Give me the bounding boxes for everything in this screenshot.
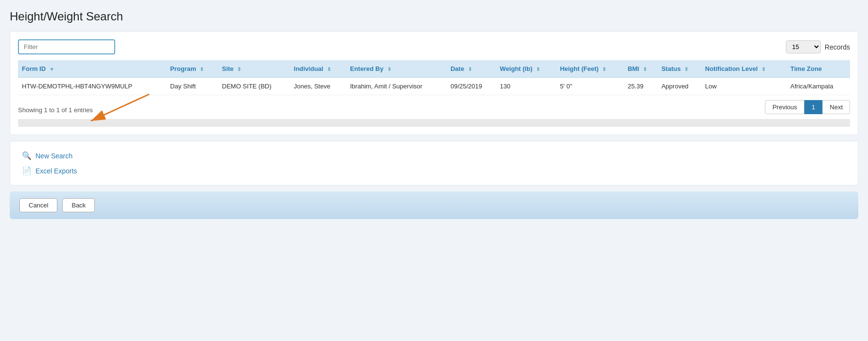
records-label: Records xyxy=(825,43,850,51)
actions-card: 🔍 New Search 📄 Excel Exports xyxy=(10,141,858,186)
col-program[interactable]: Program ⇕ xyxy=(166,60,218,78)
table-cell: Approved xyxy=(658,78,701,95)
col-time-zone[interactable]: Time Zone xyxy=(786,60,850,78)
records-select[interactable]: 15 25 50 100 xyxy=(786,40,821,53)
pagination-row: Showing 1 to 1 of 1 entries Previous 1 N… xyxy=(18,100,850,114)
col-entered-by[interactable]: Entered By ⇕ xyxy=(346,60,447,78)
sort-icon-bmi: ⇕ xyxy=(643,67,647,72)
table-cell: Low xyxy=(701,78,787,95)
col-form-id[interactable]: Form ID ▼ xyxy=(18,60,166,78)
col-date[interactable]: Date ⇕ xyxy=(447,60,496,78)
table-cell: 5' 0" xyxy=(556,78,624,95)
back-button[interactable]: Back xyxy=(62,198,95,212)
sort-icon-weight: ⇕ xyxy=(536,67,540,72)
col-height[interactable]: Height (Feet) ⇕ xyxy=(556,60,624,78)
table-cell: HTW-DEMOTPHL-HBT4NGYW9MULP xyxy=(18,78,166,95)
excel-exports-link[interactable]: 📄 Excel Exports xyxy=(22,166,846,175)
sort-icon-height: ⇕ xyxy=(602,67,606,72)
previous-button[interactable]: Previous xyxy=(765,100,804,114)
next-button[interactable]: Next xyxy=(822,100,850,114)
sort-icon-individual: ⇕ xyxy=(327,67,331,72)
records-control: 15 25 50 100 Records xyxy=(786,40,850,53)
col-status[interactable]: Status ⇕ xyxy=(658,60,701,78)
filter-input[interactable] xyxy=(18,39,115,54)
table-cell: 09/25/2019 xyxy=(447,78,496,95)
col-weight[interactable]: Weight (lb) ⇕ xyxy=(496,60,556,78)
cancel-button[interactable]: Cancel xyxy=(19,198,57,212)
search-results-card: 15 25 50 100 Records Form ID ▼ Program ⇕ xyxy=(10,31,858,135)
excel-exports-label: Excel Exports xyxy=(35,167,77,175)
col-bmi[interactable]: BMI ⇕ xyxy=(624,60,658,78)
col-individual[interactable]: Individual ⇕ xyxy=(290,60,347,78)
new-search-label: New Search xyxy=(35,152,72,160)
table-cell: Jones, Steve xyxy=(290,78,347,95)
footer-bar: Cancel Back xyxy=(10,191,858,219)
col-notification-level[interactable]: Notification Level ⇕ xyxy=(701,60,787,78)
sort-icon-entered-by: ⇕ xyxy=(387,67,391,72)
showing-text: Showing 1 to 1 of 1 entries xyxy=(18,106,93,114)
page-title: Height/Weight Search xyxy=(10,10,858,23)
table-cell: 130 xyxy=(496,78,556,95)
table-cell: Ibrahim, Amit / Supervisor xyxy=(346,78,447,95)
export-icon: 📄 xyxy=(22,166,32,175)
col-site[interactable]: Site ⇕ xyxy=(218,60,290,78)
table-row[interactable]: HTW-DEMOTPHL-HBT4NGYW9MULPDay ShiftDEMO … xyxy=(18,78,850,95)
toolbar: 15 25 50 100 Records xyxy=(18,39,850,54)
horizontal-scrollbar[interactable] xyxy=(18,119,850,127)
sort-icon-site: ⇕ xyxy=(237,67,241,72)
pagination-buttons: Previous 1 Next xyxy=(765,100,850,114)
table-cell: Day Shift xyxy=(166,78,218,95)
sort-icon-status: ⇕ xyxy=(684,67,688,72)
table-cell: 25.39 xyxy=(624,78,658,95)
page-1-button[interactable]: 1 xyxy=(804,100,822,114)
sort-icon-notification: ⇕ xyxy=(762,67,765,72)
table-cell: Africa/Kampala xyxy=(786,78,850,95)
table-container: Form ID ▼ Program ⇕ Site ⇕ Individual ⇕ … xyxy=(18,60,850,95)
search-icon: 🔍 xyxy=(22,151,32,160)
sort-icon-form-id: ▼ xyxy=(50,67,54,72)
sort-icon-date: ⇕ xyxy=(468,67,472,72)
new-search-link[interactable]: 🔍 New Search xyxy=(22,151,846,160)
results-table: Form ID ▼ Program ⇕ Site ⇕ Individual ⇕ … xyxy=(18,60,850,95)
sort-icon-program: ⇕ xyxy=(200,67,204,72)
table-header-row: Form ID ▼ Program ⇕ Site ⇕ Individual ⇕ … xyxy=(18,60,850,78)
table-cell: DEMO SITE (BD) xyxy=(218,78,290,95)
